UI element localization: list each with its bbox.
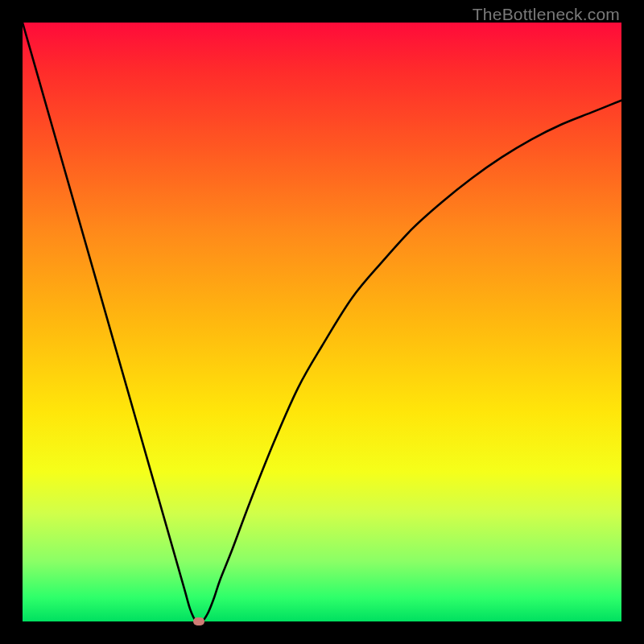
bottleneck-curve — [23, 23, 621, 621]
watermark-label: TheBottleneck.com — [473, 5, 620, 24]
plot-area — [23, 23, 621, 621]
minimum-marker — [193, 617, 204, 625]
